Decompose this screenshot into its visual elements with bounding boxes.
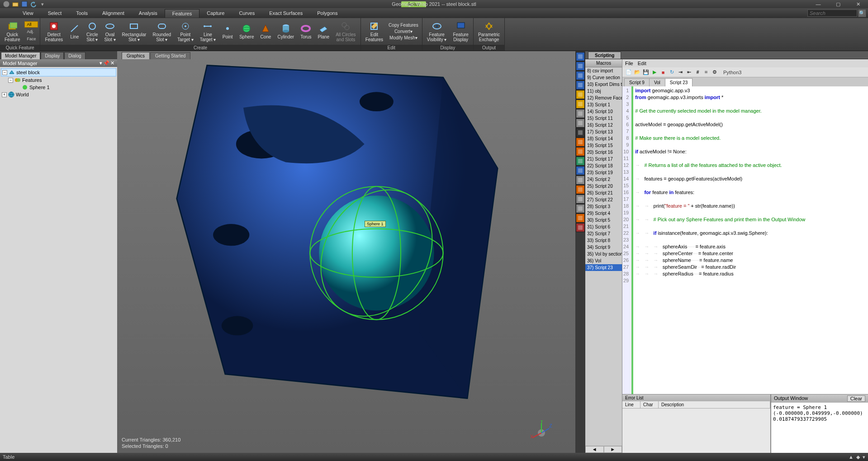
- macro-item[interactable]: 8) csv import: [585, 67, 622, 74]
- editor-menu-edit[interactable]: Edit: [638, 61, 646, 66]
- viewport-tool-2[interactable]: [576, 71, 585, 80]
- macro-item[interactable]: 35) Vol by section: [585, 251, 622, 257]
- menu-item-alignment[interactable]: Alignment: [95, 9, 132, 17]
- macro-item[interactable]: 33) Script 8: [585, 237, 622, 244]
- plane-button[interactable]: Plane: [315, 23, 332, 40]
- feature-visibility-button[interactable]: Feature Visibility ▾: [424, 20, 450, 43]
- uncomment-icon[interactable]: ⌗: [702, 69, 710, 76]
- macro-item[interactable]: 20) Script 16: [585, 149, 622, 156]
- macro-item[interactable]: 14) Script 10: [585, 108, 622, 115]
- settings-icon[interactable]: ⚙: [711, 69, 718, 76]
- viewport-tool-14[interactable]: [576, 185, 585, 194]
- macro-item[interactable]: 31) Script 6: [585, 223, 622, 230]
- save-icon[interactable]: [21, 0, 28, 8]
- menu-item-view[interactable]: View: [15, 9, 41, 17]
- macro-item[interactable]: 19) Script 15: [585, 142, 622, 149]
- macro-item[interactable]: 9) Curve section: [585, 74, 622, 81]
- scripting-tab[interactable]: Scripting: [588, 52, 621, 59]
- menu-item-features[interactable]: Features: [165, 9, 199, 18]
- tree-node-world[interactable]: + World: [1, 91, 116, 98]
- clear-button[interactable]: Clear: [847, 395, 865, 402]
- viewport-canvas[interactable]: Sphere 1 Current Triangles: 360,210 Sele…: [117, 59, 575, 453]
- copy-features-button[interactable]: Copy Features: [387, 22, 420, 28]
- new-icon[interactable]: 📄: [625, 69, 632, 76]
- tree-node-features[interactable]: − Features: [1, 76, 116, 84]
- rectangular-button[interactable]: Rectangular Slot ▾: [119, 20, 149, 43]
- cylinder-button[interactable]: Cylinder: [275, 23, 297, 40]
- viewport-tool-15[interactable]: [576, 195, 585, 204]
- expand-icon[interactable]: +: [2, 92, 7, 97]
- editor-tab[interactable]: Vol: [649, 78, 665, 86]
- macro-item[interactable]: 28) Script 3: [585, 203, 622, 210]
- viewport-tool-5[interactable]: [576, 100, 585, 109]
- quick-feature-button[interactable]: Quick Feature: [2, 20, 23, 43]
- comment-icon[interactable]: ＃: [694, 69, 701, 76]
- tree-node-sphere-1[interactable]: Sphere 1: [1, 84, 116, 91]
- scroll-right-icon[interactable]: ►: [604, 446, 622, 453]
- macro-item[interactable]: 12) Remove Face: [585, 95, 622, 101]
- viewport-tool-9[interactable]: [576, 138, 585, 147]
- macro-item[interactable]: 18) Script 14: [585, 135, 622, 142]
- line-button[interactable]: Line Target ▾: [197, 20, 219, 43]
- editor-tab[interactable]: Script 9: [624, 78, 650, 86]
- macros-list[interactable]: 8) csv import9) Curve section10) Export …: [585, 67, 622, 446]
- output-text[interactable]: feature = Sphere 1 (-0.000000,0.049999,-…: [771, 403, 868, 453]
- axis-gizmo[interactable]: YXZ: [530, 420, 553, 444]
- menu-item-exact-surfaces[interactable]: Exact Surfaces: [262, 9, 310, 17]
- error-col-line[interactable]: Line: [622, 401, 640, 408]
- viewport-tool-4[interactable]: [576, 90, 585, 99]
- status-icon[interactable]: ▾: [863, 454, 865, 460]
- editor-tab[interactable]: Script 23: [665, 78, 693, 86]
- viewport-tool-1[interactable]: [576, 62, 585, 71]
- code-area[interactable]: 1234567891011121314151617181920212223242…: [622, 86, 868, 394]
- line-button[interactable]: Line: [66, 23, 83, 40]
- macro-item[interactable]: 16) Script 12: [585, 122, 622, 128]
- menu-item-select[interactable]: Select: [41, 9, 69, 17]
- panel-tab-dialog[interactable]: Dialog: [64, 52, 85, 59]
- modify-mesh-button[interactable]: Modify Mesh▾: [387, 35, 420, 41]
- point-button[interactable]: Point Target ▾: [175, 20, 196, 43]
- pushpin-icon[interactable]: 📌: [103, 60, 109, 66]
- convert-button[interactable]: Convert▾: [387, 29, 420, 34]
- maximize-button[interactable]: ▢: [828, 0, 848, 8]
- refresh-icon[interactable]: ↻: [668, 69, 675, 76]
- search-input[interactable]: [807, 10, 857, 17]
- macro-item[interactable]: 24) Script 2: [585, 176, 622, 183]
- editor-menu-file[interactable]: File: [625, 61, 633, 66]
- viewport-tab-getting-started[interactable]: Getting Started: [150, 52, 190, 59]
- macro-item[interactable]: 37) Script 23: [585, 264, 622, 271]
- error-col-char[interactable]: Char: [640, 401, 659, 408]
- macro-item[interactable]: 15) Script 11: [585, 115, 622, 122]
- viewport-tool-17[interactable]: [576, 214, 585, 223]
- macro-item[interactable]: 21) Script 17: [585, 156, 622, 162]
- save-icon[interactable]: 💾: [642, 69, 650, 76]
- collapse-icon[interactable]: −: [8, 78, 13, 83]
- viewport-tool-13[interactable]: [576, 176, 585, 185]
- open-icon[interactable]: 📂: [634, 69, 641, 76]
- oval-button[interactable]: Oval Slot ▾: [102, 20, 119, 43]
- undo-icon[interactable]: [30, 0, 37, 8]
- qf-toggle-face[interactable]: Face: [24, 36, 38, 42]
- rounded-button[interactable]: Rounded Slot ▾: [150, 20, 174, 43]
- macro-item[interactable]: 23) Script 19: [585, 169, 622, 176]
- viewport-tool-12[interactable]: [576, 166, 585, 175]
- point-button[interactable]: Point: [219, 23, 236, 40]
- error-col-description[interactable]: Description: [659, 401, 770, 408]
- viewport-tool-18[interactable]: [576, 223, 585, 232]
- macro-item[interactable]: 27) Script 22: [585, 196, 622, 203]
- viewport-tab-graphics[interactable]: Graphics: [122, 52, 150, 59]
- viewport-tool-6[interactable]: [576, 109, 585, 118]
- qat-dropdown-icon[interactable]: ▾: [39, 0, 46, 8]
- macro-item[interactable]: 17) Script 13: [585, 128, 622, 135]
- viewport-tool-10[interactable]: [576, 147, 585, 156]
- viewport-tool-0[interactable]: [576, 52, 585, 61]
- collapse-icon[interactable]: −: [2, 70, 7, 75]
- edit-features-button[interactable]: Edit Features: [363, 20, 386, 43]
- search-icon[interactable]: 🔍: [858, 9, 866, 17]
- close-button[interactable]: ✕: [848, 0, 868, 8]
- circle-button[interactable]: Circle Slot ▾: [84, 20, 101, 43]
- indent-icon[interactable]: ⇥: [677, 69, 684, 76]
- stop-icon[interactable]: ■: [659, 69, 667, 76]
- parametric-exchange-button[interactable]: Parametric Exchange: [475, 20, 503, 43]
- viewport-tool-11[interactable]: [576, 157, 585, 166]
